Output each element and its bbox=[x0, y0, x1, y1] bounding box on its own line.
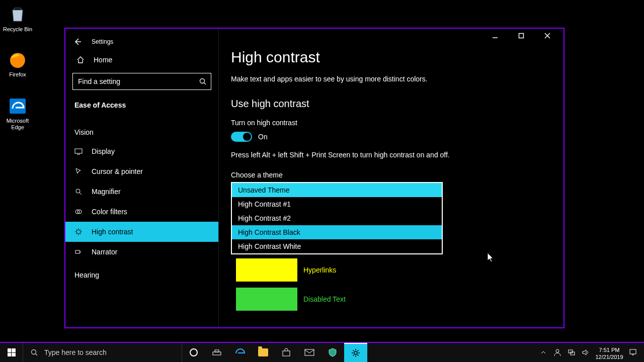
cortana-button[interactable] bbox=[182, 343, 205, 362]
taskbar-app-store[interactable] bbox=[275, 343, 298, 362]
nav-color-filters[interactable]: Color filters bbox=[65, 202, 218, 222]
desktop-icon-recycle-bin[interactable]: Recycle Bin bbox=[0, 4, 35, 32]
narrator-icon bbox=[74, 248, 83, 256]
svg-point-11 bbox=[76, 189, 80, 193]
dropdown-option[interactable]: High Contrast #1 bbox=[232, 197, 442, 211]
back-button[interactable] bbox=[73, 38, 82, 46]
taskbar-app-explorer[interactable] bbox=[252, 343, 275, 362]
dropdown-option[interactable]: Unsaved Theme bbox=[232, 183, 442, 197]
svg-rect-35 bbox=[630, 349, 636, 354]
titlebar: Settings bbox=[65, 34, 218, 48]
action-center-icon bbox=[629, 348, 637, 356]
toggle-state-label: On bbox=[258, 133, 268, 141]
tray-network[interactable] bbox=[565, 348, 579, 356]
cursor-icon bbox=[74, 167, 83, 175]
task-view-button[interactable] bbox=[205, 343, 228, 362]
svg-point-31 bbox=[354, 351, 357, 354]
disabled-text-color-swatch[interactable] bbox=[236, 288, 297, 311]
svg-point-7 bbox=[200, 79, 205, 83]
desktop-icon-label: Recycle Bin bbox=[3, 26, 32, 32]
nav-magnifier[interactable]: Magnifier bbox=[65, 182, 218, 202]
desktop-icon-label: Firefox bbox=[9, 71, 26, 77]
home-label: Home bbox=[94, 56, 112, 64]
taskbar-app-edge[interactable] bbox=[228, 343, 252, 362]
system-tray: 7:51 PM 12/21/2019 bbox=[536, 343, 644, 362]
desktop-icon-edge[interactable]: Microsoft Edge bbox=[0, 96, 35, 131]
nav-group-vision: Vision bbox=[65, 119, 218, 141]
svg-rect-9 bbox=[75, 149, 82, 153]
chevron-up-icon bbox=[541, 350, 546, 355]
nav-high-contrast[interactable]: High contrast bbox=[65, 222, 218, 242]
color-filters-icon bbox=[74, 208, 83, 216]
start-button[interactable] bbox=[0, 343, 23, 362]
taskbar-app-mail[interactable] bbox=[298, 343, 321, 362]
high-contrast-icon bbox=[74, 228, 83, 236]
toggle-caption: Turn on high contrast bbox=[231, 119, 551, 127]
firefox-icon bbox=[8, 49, 28, 69]
taskbar: Type here to search 7:51 PM 12/21/2019 bbox=[0, 342, 644, 362]
desktop-icon-firefox[interactable]: Firefox bbox=[0, 49, 35, 77]
nav-label: High contrast bbox=[92, 228, 133, 236]
settings-sidebar: Settings Home Ease of Access Vision Disp… bbox=[65, 29, 219, 327]
nav-group-hearing: Hearing bbox=[65, 262, 218, 284]
home-icon bbox=[76, 56, 85, 64]
desktop-icon-label: Microsoft Edge bbox=[0, 118, 35, 131]
edge-icon bbox=[8, 96, 28, 116]
tray-overflow[interactable] bbox=[536, 350, 550, 355]
taskbar-search[interactable]: Type here to search bbox=[23, 343, 182, 362]
page-description: Make text and apps easier to see by usin… bbox=[231, 75, 551, 83]
magnifier-icon bbox=[74, 188, 83, 196]
gear-icon bbox=[351, 348, 360, 357]
shortcut-hint: Press left Alt + left Shift + Print Scre… bbox=[231, 151, 551, 159]
page-title: High contrast bbox=[231, 49, 551, 66]
svg-line-22 bbox=[80, 229, 82, 230]
store-icon bbox=[282, 348, 291, 357]
windows-logo-icon bbox=[8, 348, 16, 356]
dropdown-option[interactable]: High Contrast #2 bbox=[232, 211, 442, 225]
nav-narrator[interactable]: Narrator bbox=[65, 242, 218, 262]
search-icon bbox=[30, 348, 38, 356]
svg-point-25 bbox=[32, 350, 36, 354]
svg-rect-24 bbox=[75, 250, 79, 253]
svg-point-15 bbox=[76, 230, 80, 234]
search-input[interactable] bbox=[78, 77, 199, 85]
svg-rect-27 bbox=[213, 352, 221, 355]
edge-icon bbox=[235, 347, 245, 357]
recycle-bin-icon bbox=[8, 4, 28, 24]
nav-cursor-pointer[interactable]: Cursor & pointer bbox=[65, 161, 218, 182]
nav-label: Cursor & pointer bbox=[92, 167, 143, 175]
high-contrast-toggle[interactable] bbox=[231, 132, 252, 142]
svg-rect-30 bbox=[305, 349, 314, 355]
security-icon bbox=[328, 348, 337, 357]
clock-time: 7:51 PM bbox=[593, 347, 626, 353]
network-icon bbox=[568, 348, 576, 356]
svg-line-8 bbox=[204, 83, 206, 85]
theme-dropdown[interactable]: Unsaved Theme High Contrast #1 High Cont… bbox=[231, 182, 443, 254]
svg-rect-28 bbox=[215, 350, 219, 352]
nav-display[interactable]: Display bbox=[65, 141, 218, 161]
people-icon bbox=[553, 348, 561, 356]
tray-volume[interactable] bbox=[579, 348, 593, 356]
tray-people[interactable] bbox=[550, 348, 565, 356]
taskbar-app-security[interactable] bbox=[321, 343, 344, 362]
taskbar-app-settings[interactable] bbox=[344, 343, 367, 362]
settings-window: Settings Home Ease of Access Vision Disp… bbox=[64, 28, 565, 328]
hyperlinks-color-swatch[interactable] bbox=[236, 258, 297, 282]
home-nav[interactable]: Home bbox=[65, 48, 218, 70]
svg-line-23 bbox=[76, 234, 77, 235]
svg-line-26 bbox=[36, 354, 38, 356]
taskbar-clock[interactable]: 7:51 PM 12/21/2019 bbox=[593, 344, 626, 360]
action-center-button[interactable] bbox=[626, 348, 640, 356]
svg-line-21 bbox=[80, 234, 82, 235]
task-view-icon bbox=[212, 348, 221, 356]
nav-label: Color filters bbox=[92, 208, 127, 216]
disabled-text-label: Disabled Text bbox=[303, 295, 346, 303]
svg-point-32 bbox=[556, 349, 559, 352]
dropdown-option[interactable]: High Contrast Black bbox=[232, 225, 442, 239]
category-title: Ease of Access bbox=[65, 97, 218, 119]
clock-date: 12/21/2019 bbox=[593, 354, 626, 360]
settings-content: High contrast Make text and apps easier … bbox=[219, 29, 564, 327]
svg-line-12 bbox=[79, 193, 82, 195]
dropdown-option[interactable]: High Contrast White bbox=[232, 239, 442, 253]
search-box[interactable] bbox=[72, 73, 211, 90]
